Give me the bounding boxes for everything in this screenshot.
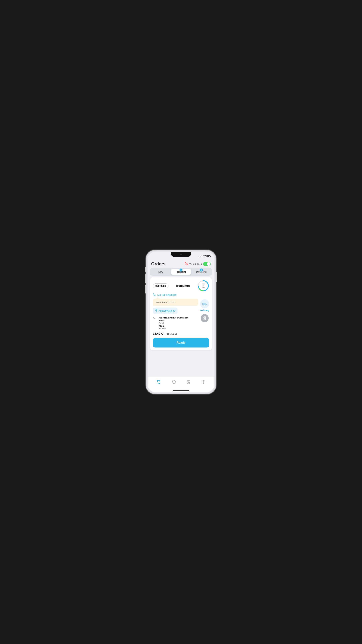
delivery-section: Delivery [200, 299, 209, 312]
svg-rect-17 [189, 382, 190, 384]
item-details: REFRESHING SUMMER Size: Small Main: x1 R… [159, 316, 198, 330]
nav-menu[interactable] [187, 380, 191, 384]
size-value: Small [159, 322, 198, 324]
main-value: x1 Reis [159, 327, 198, 330]
phone-number[interactable]: +49 176 32620649 [157, 294, 176, 296]
bell-icon[interactable] [184, 262, 188, 266]
svg-rect-10 [204, 318, 205, 320]
price-total: 18,49 € (Tip: 1,50 €) [153, 332, 177, 336]
header: Orders We are open [148, 259, 214, 268]
tab-delivering[interactable]: 1 Delivering [192, 269, 211, 275]
timer-unit: Min [202, 287, 205, 289]
timer-circle: 5 Min [197, 280, 209, 292]
tabs-container: New 1 Preparing 1 Delivering [150, 268, 212, 276]
address-pill: Agnesstraße 33 [153, 308, 177, 314]
item-name: REFRESHING SUMMER [159, 316, 198, 319]
svg-point-7 [203, 305, 203, 305]
bottom-nav [148, 376, 214, 389]
wifi-icon [203, 255, 206, 258]
nav-cart[interactable] [157, 380, 161, 384]
ready-button[interactable]: Ready [153, 338, 209, 348]
order-card: 009-0823 Benjamin 5 Min [150, 277, 212, 350]
signal-icon [199, 255, 202, 257]
tab-new-label: New [152, 270, 169, 273]
status-bar [148, 252, 214, 259]
table-row: x1 REFRESHING SUMMER Size: Small Main: x… [153, 316, 198, 330]
volume-up-button[interactable] [145, 274, 146, 282]
home-indicator [148, 389, 214, 392]
order-id: 009-0823 [153, 284, 168, 288]
pin-icon [155, 309, 158, 312]
size-label: Size: [159, 319, 198, 322]
delivery-label: Delivery [200, 309, 209, 312]
volume-down-button[interactable] [145, 285, 146, 294]
svg-point-11 [158, 383, 159, 384]
main-label: Main: [159, 325, 198, 327]
card-right: Delivery [200, 299, 209, 338]
power-button[interactable] [216, 272, 217, 282]
phone-icon [153, 293, 156, 297]
svg-rect-16 [189, 380, 190, 382]
card-main: No onions please Agnesstraße 33 [153, 299, 209, 338]
nav-settings[interactable] [201, 380, 205, 384]
address-text: Agnesstraße 33 [159, 310, 175, 312]
order-header: 009-0823 Benjamin 5 Min [153, 280, 209, 292]
comment-text: No onions please [156, 301, 175, 304]
price-row: 18,49 € (Tip: 1,50 €) [153, 332, 198, 336]
svg-point-18 [203, 381, 204, 382]
tab-new[interactable]: New [151, 269, 170, 275]
app-content: Orders We are open [148, 259, 214, 376]
phone-row: +49 176 32620649 [153, 293, 209, 297]
tab-preparing[interactable]: 1 Preparing [171, 269, 191, 275]
svg-point-9 [206, 305, 206, 305]
card-left: No onions please Agnesstraße 33 [153, 299, 198, 338]
svg-rect-15 [187, 382, 188, 384]
svg-point-12 [159, 383, 160, 384]
phone-frame: Orders We are open [146, 250, 216, 394]
notch [171, 252, 191, 257]
nav-history[interactable] [172, 380, 176, 384]
status-icons [199, 255, 210, 258]
delivery-icon [200, 299, 209, 308]
battery-icon [206, 255, 210, 257]
print-button[interactable] [201, 314, 209, 322]
open-status-toggle[interactable] [203, 262, 211, 266]
mute-button[interactable] [145, 267, 146, 272]
item-qty: x1 [153, 316, 157, 330]
header-right: We are open [184, 262, 211, 266]
comment-bubble: No onions please [153, 299, 198, 306]
order-items: x1 REFRESHING SUMMER Size: Small Main: x… [153, 316, 198, 330]
customer-name: Benjamin [168, 284, 197, 288]
svg-rect-5 [202, 303, 205, 305]
timer-value: 5 [202, 282, 205, 286]
tab-preparing-badge: 1 [179, 268, 183, 272]
tip-text: (Tip: 1,50 €) [164, 332, 177, 335]
open-status-text: We are open [189, 263, 202, 265]
camera [180, 254, 182, 255]
page-title: Orders [151, 261, 165, 266]
svg-rect-14 [187, 380, 188, 381]
tab-delivering-badge: 1 [200, 268, 203, 272]
phone-screen: Orders We are open [148, 252, 214, 392]
